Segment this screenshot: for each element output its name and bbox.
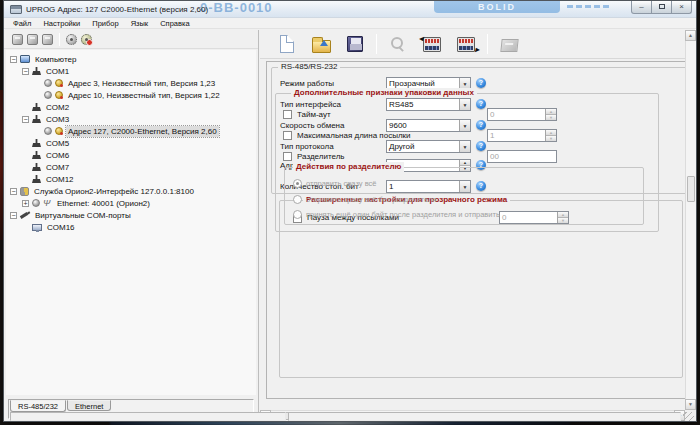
collapse-icon[interactable]: − — [22, 68, 29, 75]
tree-item[interactable]: COM5 — [6, 137, 256, 149]
action-radio[interactable] — [293, 210, 302, 219]
board-icon-1 — [12, 34, 23, 45]
collapse-icon[interactable]: − — [22, 116, 29, 123]
device-write-icon: ▸ — [457, 37, 475, 52]
open-icon — [312, 40, 331, 53]
board-icon-3 — [42, 34, 53, 45]
tree-item[interactable]: COM7 — [6, 161, 256, 173]
new-file-button[interactable] — [270, 32, 304, 56]
gear-alert-icon — [81, 34, 92, 45]
packing-2-spin-buttons[interactable]: ▲▼ — [545, 130, 556, 141]
board-button-2[interactable] — [25, 32, 40, 47]
packing-checkbox[interactable] — [283, 110, 292, 119]
tree-item-label: Ethernet: 40001 (Орион2) — [55, 198, 152, 209]
group-actions-title: Действия по разделителю — [293, 162, 404, 172]
titlebar[interactable]: 0-BB-0010 BOLID UPROG Адрес: 127 C2000-E… — [4, 1, 696, 18]
resize-grip-icon[interactable] — [683, 412, 694, 421]
action-radio-label: отправить сразу всё без разделителя — [306, 195, 436, 205]
packing-checkbox[interactable] — [283, 152, 292, 161]
expand-icon[interactable]: + — [22, 200, 29, 207]
device-read-icon: ◂ — [423, 37, 441, 52]
led-icon — [44, 91, 52, 99]
device-tree[interactable]: −Компьютер−COM1Адрес 3, Неизвестный тип,… — [6, 50, 256, 395]
device-icon — [55, 127, 63, 135]
menu-item-2[interactable]: Настройки — [37, 18, 86, 29]
search-icon — [389, 35, 407, 53]
spin-down-icon[interactable]: ▼ — [546, 136, 556, 141]
board-button-3[interactable] — [40, 32, 55, 47]
plug-icon — [20, 211, 30, 220]
menu-item-4[interactable]: Язык — [125, 18, 155, 29]
tree-item-label: Служба Орион2-Интерфейс 127.0.0.1:8100 — [32, 186, 196, 197]
gear-alert-button[interactable] — [79, 32, 94, 47]
tree-item[interactable]: Адрес 3, Неизвестный тип, Версия 1,23 — [6, 77, 256, 89]
packing-2-value: 1 — [488, 130, 545, 141]
program-device-button[interactable] — [492, 32, 526, 56]
com-port-icon — [32, 115, 41, 123]
arrow-in-icon: ◂ — [419, 35, 423, 43]
tab-ethernet[interactable]: Ethernet — [67, 400, 111, 411]
packing-checkbox[interactable] — [283, 131, 292, 140]
tree-item[interactable]: −COM1 — [6, 65, 256, 77]
packing-2-spinner[interactable]: 1▲▼ — [487, 129, 557, 142]
open-file-button[interactable] — [304, 32, 338, 56]
packing-label: Максимальная длина посылки — [297, 130, 411, 142]
scroll-up-icon[interactable]: ▲ — [685, 30, 696, 41]
app-icon — [10, 5, 22, 14]
new-icon — [280, 35, 294, 53]
tree-item[interactable]: COM16 — [6, 221, 256, 233]
settings-panel: ◂▸ RS-485/RS-232 Режим работыПрозрачный▼… — [260, 30, 696, 421]
tab-rs-485-232[interactable]: RS-485/232 — [10, 400, 66, 412]
vertical-scrollbar[interactable]: ▲ ▼ — [685, 30, 696, 410]
menu-item-5[interactable]: Справка — [154, 18, 195, 29]
collapse-icon[interactable]: − — [10, 56, 17, 63]
program-icon — [500, 39, 518, 52]
status-cell-2 — [288, 412, 681, 421]
action-radio[interactable] — [293, 195, 302, 204]
packing-3-value: 00 — [488, 151, 556, 162]
action-radio[interactable] — [293, 179, 302, 188]
minimize-button[interactable]: – — [631, 1, 652, 14]
gear-button[interactable] — [64, 32, 79, 47]
board-button-1[interactable] — [10, 32, 25, 47]
tree-item-label: Адрес 10, Неизвестный тип, Версия 1,22 — [66, 90, 222, 101]
tree-item[interactable]: −Виртуальные COM-порты — [6, 209, 256, 221]
desktop-watermark-text: 0-BB-0010 — [200, 1, 273, 15]
collapse-icon[interactable]: − — [10, 212, 17, 219]
save-icon — [347, 36, 363, 52]
search-device-button[interactable] — [381, 32, 415, 56]
gear-icon — [66, 34, 77, 45]
tree-item-label: COM12 — [44, 174, 76, 185]
packing-1-spin-buttons[interactable]: ▲▼ — [545, 109, 556, 120]
eth-icon — [43, 199, 52, 208]
close-button[interactable]: × — [671, 1, 692, 14]
vertical-scroll-thumb[interactable] — [687, 176, 695, 202]
tree-item[interactable]: +Ethernet: 40001 (Орион2) — [6, 197, 256, 209]
menu-item-1[interactable]: Файл — [7, 18, 37, 29]
tree-item[interactable]: Адрес 10, Неизвестный тип, Версия 1,22 — [6, 89, 256, 101]
menu-item-3[interactable]: Прибор — [86, 18, 124, 29]
save-file-button[interactable] — [338, 32, 372, 56]
desktop-watermark-sub — [567, 5, 611, 8]
group-packing-title: Дополнительные признаки упаковки данных — [291, 88, 477, 98]
tree-item[interactable]: −COM3 — [6, 113, 256, 125]
spin-down-icon[interactable]: ▼ — [546, 115, 556, 120]
toolbar-separator — [487, 34, 488, 54]
tree-item[interactable]: Адрес 127, C2000-Ethernet, Версия 2,60 — [6, 125, 256, 137]
scroll-down-icon[interactable]: ▼ — [685, 399, 696, 410]
packing-3-input[interactable]: 00 — [487, 150, 557, 163]
tree-item[interactable]: −Компьютер — [6, 53, 256, 65]
read-device-button[interactable]: ◂ — [415, 32, 449, 56]
tree-item[interactable]: COM6 — [6, 149, 256, 161]
packing-1-spinner[interactable]: 0▲▼ — [487, 108, 557, 121]
tree-item[interactable]: −Служба Орион2-Интерфейс 127.0.0.1:8100 — [6, 185, 256, 197]
device-tree-panel: −Компьютер−COM1Адрес 3, Неизвестный тип,… — [4, 30, 259, 421]
tree-item[interactable]: COM12 — [6, 173, 256, 185]
help-icon[interactable]: ? — [476, 78, 486, 88]
com-port-icon — [32, 67, 41, 75]
write-device-button[interactable]: ▸ — [449, 32, 483, 56]
com-port-icon — [32, 151, 41, 159]
maximize-button[interactable] — [651, 1, 672, 14]
tree-item[interactable]: COM2 — [6, 101, 256, 113]
collapse-icon[interactable]: − — [10, 188, 17, 195]
